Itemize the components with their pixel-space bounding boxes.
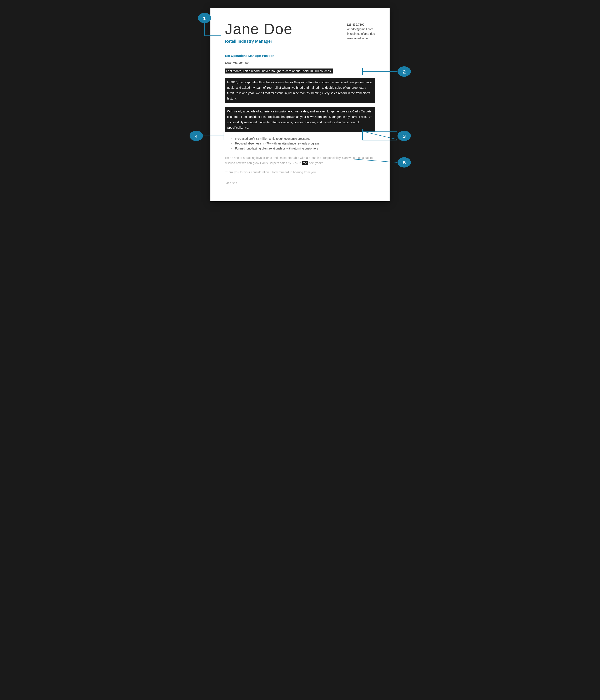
paragraph-1: Last month, I hit a record I never thoug… — [225, 69, 375, 74]
bullet-item-2: Reduced absenteeism 47% with an attendan… — [231, 141, 375, 146]
contact-info: 123.456.7890 janedoc@gmail.com linkedin.… — [347, 21, 375, 40]
paragraph-2-text: In 2016, the corporate office that overs… — [225, 78, 375, 103]
annotation-circle-2 — [398, 67, 411, 77]
annotation-circle-3 — [398, 131, 411, 141]
phone: 123.456.7890 — [347, 23, 375, 26]
header-left: Jane Doe Retail Industry Manager — [225, 21, 330, 44]
annotation-label-1: 1 — [203, 16, 206, 21]
linkedin: linkedin.com/jane-doe — [347, 32, 375, 35]
annotation-label-5: 5 — [403, 160, 406, 165]
letter-body: Re: Operations Manager Position Dear Ms.… — [225, 54, 375, 185]
paragraph-3: With nearly a decade of experience in cu… — [225, 107, 375, 132]
paragraph-4: I'm an ace at attracting loyal clients a… — [225, 155, 375, 166]
header-divider — [338, 21, 338, 44]
job-title: Retail Industry Manager — [225, 39, 330, 44]
annotation-label-4: 4 — [195, 134, 198, 139]
re-line: Re: Operations Manager Position — [225, 54, 375, 57]
annotation-label-3: 3 — [403, 134, 406, 139]
annotation-circle-1 — [198, 13, 211, 23]
paragraph-1-text: Last month, I hit a record I never thoug… — [225, 69, 333, 74]
bullet-item-1: Increased profit $5 million amid tough e… — [231, 136, 375, 141]
paragraph-2: In 2016, the corporate office that overs… — [225, 78, 375, 103]
signature: Jane Doe — [225, 181, 375, 185]
candidate-name: Jane Doe — [225, 21, 330, 37]
thank-you: Thank you for your consideration. I look… — [225, 170, 375, 175]
annotation-circle-5 — [398, 157, 411, 168]
website: www.janedoe.com — [347, 36, 375, 40]
bullet-list: Increased profit $5 million amid tough e… — [231, 136, 375, 151]
bullet-item-3: Formed long-lasting client relationships… — [231, 146, 375, 151]
salutation: Dear Ms. Johnson, — [225, 61, 375, 64]
header-section: Jane Doe Retail Industry Manager 123.456… — [225, 21, 375, 44]
annotation-circle-4 — [190, 131, 203, 141]
paragraph-3-text: With nearly a decade of experience in cu… — [225, 107, 375, 132]
email: janedoc@gmail.com — [347, 27, 375, 31]
annotation-label-2: 2 — [403, 69, 406, 74]
resume-document: Jane Doe Retail Industry Manager 123.456… — [210, 8, 390, 201]
inline-highlight: the — [302, 161, 308, 165]
page-wrapper: Jane Doe Retail Industry Manager 123.456… — [210, 8, 390, 201]
